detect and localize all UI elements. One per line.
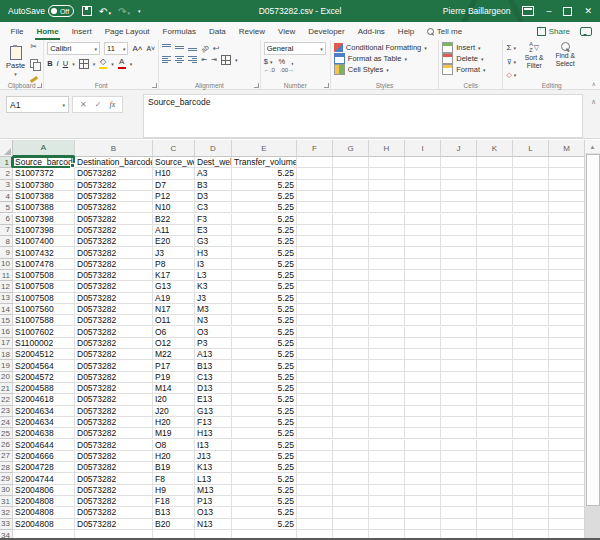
- cell-H23[interactable]: [369, 406, 405, 417]
- cell-J23[interactable]: [441, 406, 477, 417]
- cell-M26[interactable]: [549, 440, 585, 451]
- cell-K3[interactable]: [477, 180, 513, 191]
- cell-G20[interactable]: [333, 372, 369, 383]
- cell-H12[interactable]: [369, 281, 405, 292]
- formula-bar-collapse-icon[interactable]: ∧: [591, 98, 596, 106]
- cell-J2[interactable]: [441, 168, 477, 179]
- cell-L23[interactable]: [513, 406, 549, 417]
- cell-L7[interactable]: [513, 225, 549, 236]
- decrease-decimal-icon[interactable]: .00→: [280, 67, 294, 73]
- cell-F10[interactable]: [297, 259, 333, 270]
- cell-H6[interactable]: [369, 214, 405, 225]
- cell-H26[interactable]: [369, 440, 405, 451]
- cell-K6[interactable]: [477, 214, 513, 225]
- cell-I2[interactable]: [405, 168, 441, 179]
- cell-C25[interactable]: M19: [153, 428, 195, 439]
- cell-J8[interactable]: [441, 236, 477, 247]
- cell-H11[interactable]: [369, 270, 405, 281]
- cell-F28[interactable]: [297, 462, 333, 473]
- clipboard-dialog-launcher[interactable]: [37, 83, 42, 88]
- cell-C18[interactable]: M22: [153, 349, 195, 360]
- cell-C28[interactable]: B19: [153, 462, 195, 473]
- cell-H7[interactable]: [369, 225, 405, 236]
- cell-E11[interactable]: 5.25: [232, 270, 297, 281]
- cell-L28[interactable]: [513, 462, 549, 473]
- cell-G12[interactable]: [333, 281, 369, 292]
- cell-G11[interactable]: [333, 270, 369, 281]
- col-header-H[interactable]: H: [369, 140, 405, 157]
- row-header-33[interactable]: 33: [0, 519, 13, 530]
- tab-insert[interactable]: Insert: [65, 22, 98, 40]
- cell-J31[interactable]: [441, 496, 477, 507]
- cell-G18[interactable]: [333, 349, 369, 360]
- col-header-M[interactable]: M: [549, 140, 585, 157]
- cell-M28[interactable]: [549, 462, 585, 473]
- cell-M16[interactable]: [549, 327, 585, 338]
- cell-G4[interactable]: [333, 191, 369, 202]
- bold-button[interactable]: B: [47, 59, 52, 68]
- cell-B29[interactable]: D0573282: [75, 473, 153, 484]
- cell-L5[interactable]: [513, 202, 549, 213]
- cell-J14[interactable]: [441, 304, 477, 315]
- cell-G26[interactable]: [333, 440, 369, 451]
- cell-L31[interactable]: [513, 496, 549, 507]
- cell-D2[interactable]: A3: [195, 168, 232, 179]
- cell-J12[interactable]: [441, 281, 477, 292]
- cell-H18[interactable]: [369, 349, 405, 360]
- cell-J7[interactable]: [441, 225, 477, 236]
- row-header-26[interactable]: 26: [0, 440, 13, 451]
- cell-I22[interactable]: [405, 394, 441, 405]
- cell-M22[interactable]: [549, 394, 585, 405]
- cell-K24[interactable]: [477, 417, 513, 428]
- cell-F30[interactable]: [297, 485, 333, 496]
- cell-L9[interactable]: [513, 247, 549, 258]
- tab-home[interactable]: Home: [30, 22, 65, 40]
- col-header-C[interactable]: C: [153, 140, 195, 157]
- cell-I19[interactable]: [405, 360, 441, 371]
- cell-E32[interactable]: 5.25: [232, 507, 297, 518]
- cell-L14[interactable]: [513, 304, 549, 315]
- row-header-32[interactable]: 32: [0, 507, 13, 518]
- borders-icon[interactable]: [79, 59, 89, 69]
- cell-G2[interactable]: [333, 168, 369, 179]
- select-all-corner[interactable]: [0, 140, 13, 157]
- row-header-4[interactable]: 4: [0, 191, 13, 202]
- align-left-icon[interactable]: [162, 56, 171, 64]
- cell-D10[interactable]: I3: [195, 259, 232, 270]
- cell-G31[interactable]: [333, 496, 369, 507]
- cell-D30[interactable]: M13: [195, 485, 232, 496]
- cell-G13[interactable]: [333, 293, 369, 304]
- cell-L3[interactable]: [513, 180, 549, 191]
- row-header-18[interactable]: 18: [0, 349, 13, 360]
- cell-K15[interactable]: [477, 315, 513, 326]
- cell-G17[interactable]: [333, 338, 369, 349]
- cell-H24[interactable]: [369, 417, 405, 428]
- cell-D19[interactable]: B13: [195, 360, 232, 371]
- cell-H20[interactable]: [369, 372, 405, 383]
- cell-K11[interactable]: [477, 270, 513, 281]
- cell-C15[interactable]: O11: [153, 315, 195, 326]
- cancel-icon[interactable]: ✕: [80, 100, 87, 109]
- cell-M24[interactable]: [549, 417, 585, 428]
- col-header-B[interactable]: B: [75, 140, 153, 157]
- col-header-A[interactable]: A: [13, 140, 75, 157]
- row-header-6[interactable]: 6: [0, 214, 13, 225]
- cell-K12[interactable]: [477, 281, 513, 292]
- cell-D32[interactable]: O13: [195, 507, 232, 518]
- tab-view[interactable]: View: [272, 22, 302, 40]
- cell-C9[interactable]: J3: [153, 247, 195, 258]
- cell-B11[interactable]: D0573282: [75, 270, 153, 281]
- cell-H1[interactable]: [369, 157, 405, 168]
- cell-J25[interactable]: [441, 428, 477, 439]
- cell-B10[interactable]: D0573282: [75, 259, 153, 270]
- cell-A28[interactable]: S2004728: [13, 462, 75, 473]
- cell-J33[interactable]: [441, 519, 477, 530]
- cell-F12[interactable]: [297, 281, 333, 292]
- cell-I9[interactable]: [405, 247, 441, 258]
- cell-A21[interactable]: S2004588: [13, 383, 75, 394]
- close-button[interactable]: ✕: [584, 7, 592, 16]
- cell-F4[interactable]: [297, 191, 333, 202]
- cell-D5[interactable]: C3: [195, 202, 232, 213]
- cell-A33[interactable]: S2004808: [13, 519, 75, 530]
- cell-M29[interactable]: [549, 473, 585, 484]
